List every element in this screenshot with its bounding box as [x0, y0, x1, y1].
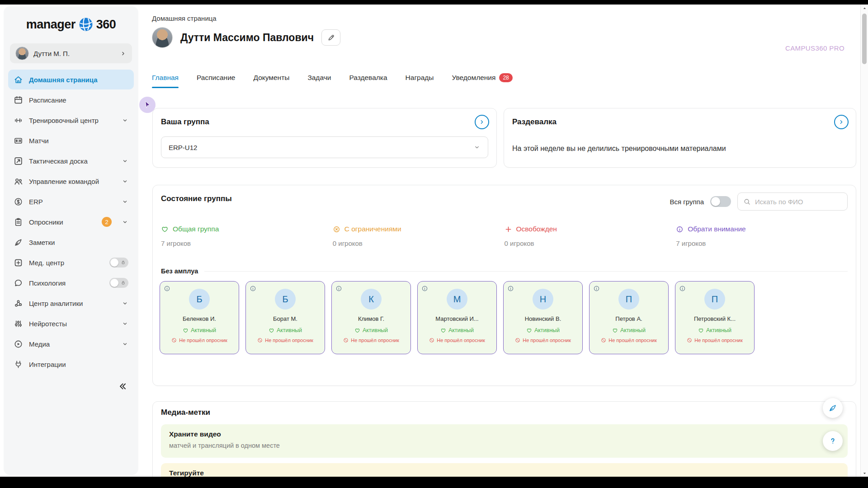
lock-icon — [121, 260, 126, 265]
tab-label: Раздевалка — [349, 74, 387, 82]
player-card[interactable]: Б Беленков И. Активный Не прошёл опросни… — [160, 281, 239, 354]
player-card[interactable]: М Мартовский И... Активный Не прошёл опр… — [417, 281, 497, 354]
tab-awards[interactable]: Награды — [406, 73, 434, 88]
tab-main[interactable]: Главная — [152, 73, 179, 88]
scroll-down-button[interactable] — [861, 469, 868, 477]
tab-schedule[interactable]: Расписание — [197, 73, 235, 88]
stat-label: С ограничениями — [344, 225, 401, 233]
heart-icon — [183, 328, 189, 333]
calendar-icon — [14, 95, 23, 105]
player-warning: Не прошёл опросник — [687, 338, 743, 343]
sidebar-item-team-management[interactable]: Управление командой — [8, 171, 134, 191]
collapse-sidebar-button[interactable] — [116, 380, 129, 393]
open-locker-room-button[interactable] — [834, 115, 849, 129]
scroll-thumb[interactable] — [862, 14, 867, 64]
sidebar-item-med-center[interactable]: Мед. центр — [8, 253, 134, 272]
collapse-sidebar-icon — [118, 381, 127, 391]
chevron-down-icon — [122, 198, 128, 205]
scroll-up-button[interactable] — [861, 5, 868, 12]
player-card[interactable]: П Петров А. Активный Не прошёл опросник — [589, 281, 669, 354]
info-icon[interactable] — [679, 285, 686, 292]
search-input[interactable] — [755, 198, 836, 206]
tab-documents[interactable]: Документы — [253, 73, 289, 88]
player-name: Климов Г. — [358, 315, 384, 322]
sidebar-user[interactable]: Дутти М. П. — [10, 43, 132, 63]
sidebar-item-tactics-board[interactable]: Тактическая доска — [8, 151, 134, 171]
info-icon[interactable] — [250, 285, 256, 292]
page-scrollbar[interactable] — [860, 5, 868, 477]
survey-missed-icon — [343, 338, 349, 343]
plug-icon — [14, 360, 23, 369]
info-icon[interactable] — [421, 285, 428, 292]
player-name: Петров А. — [615, 315, 642, 322]
player-status: Активный — [354, 327, 388, 333]
sidebar-item-label: Нейротесты — [29, 320, 67, 328]
tab-notifications[interactable]: Уведомления 28 — [452, 73, 513, 88]
chevron-down-icon — [122, 178, 128, 185]
all-group-toggle-label: Вся группа — [670, 198, 704, 206]
stat-label: Освобожден — [516, 225, 557, 233]
section-divider — [204, 271, 848, 272]
player-card[interactable]: К Климов Г. Активный Не прошёл опросник — [331, 281, 411, 354]
sidebar-item-training-center[interactable]: Тренировочный центр — [8, 110, 134, 130]
info-icon[interactable] — [164, 285, 170, 292]
sidebar-item-label: Психология — [29, 279, 66, 287]
stat-count: 7 игроков — [676, 239, 848, 247]
chevron-down-icon — [473, 144, 481, 151]
sidebar-item-matches[interactable]: Матчи — [8, 131, 134, 150]
info-icon[interactable] — [593, 285, 600, 292]
tab-label: Документы — [253, 74, 289, 82]
sidebar-item-neurotests[interactable]: Нейротесты — [8, 314, 134, 333]
player-status-label: Активный — [191, 327, 216, 333]
profile-avatar — [152, 27, 173, 48]
player-card[interactable]: Б Борат М. Активный Не прошёл опросник — [245, 281, 325, 354]
player-avatar: П — [704, 289, 725, 310]
info-icon[interactable] — [335, 285, 342, 292]
media-tags-card: Медиа-метки Храните видео матчей и транс… — [152, 401, 856, 477]
media-tag-card[interactable]: Тегируйте — [161, 463, 848, 477]
player-warning-label: Не прошёл опросник — [523, 338, 571, 343]
player-warning-label: Не прошёл опросник — [437, 338, 485, 343]
help-fab-button[interactable] — [823, 431, 843, 451]
play-icon — [14, 339, 23, 349]
player-avatar: Б — [189, 289, 210, 310]
group-select[interactable]: ERP-U12 — [161, 136, 488, 158]
sidebar-item-integrations[interactable]: Интеграции — [8, 354, 134, 374]
pencil-icon — [327, 34, 335, 42]
player-name: Борат М. — [273, 315, 297, 322]
tab-label: Награды — [406, 74, 434, 82]
player-avatar: Н — [533, 289, 553, 310]
all-group-toggle[interactable] — [710, 196, 731, 207]
sidebar-item-notes[interactable]: Заметки — [8, 232, 134, 252]
edit-profile-button[interactable] — [321, 29, 340, 46]
chevron-down-icon — [122, 219, 128, 225]
card-title: Медиа-метки — [161, 408, 210, 417]
sidebar-item-psychology[interactable]: Психология — [8, 273, 134, 293]
media-store-video-card[interactable]: Храните видео матчей и трансляций в одно… — [161, 424, 848, 458]
player-card[interactable]: Н Новинский В. Активный Не прошёл опросн… — [503, 281, 583, 354]
sidebar-item-home[interactable]: Домашняя страница — [8, 70, 134, 89]
notes-fab-button[interactable] — [823, 398, 843, 418]
info-icon[interactable] — [507, 285, 514, 292]
main-content: Домашняя страница Дутти Массимо Павлович… — [138, 5, 860, 477]
card-title: Раздевалка — [512, 117, 557, 127]
open-group-button[interactable] — [475, 115, 489, 129]
player-name: Новинский В. — [525, 315, 561, 322]
tab-locker-room[interactable]: Раздевалка — [349, 73, 387, 88]
player-card[interactable]: П Петровский К... Активный Не прошёл опр… — [675, 281, 755, 354]
quill-icon — [828, 404, 837, 413]
sidebar-item-schedule[interactable]: Расписание — [8, 90, 134, 110]
sidebar-item-analytics-center[interactable]: Центр аналитики — [8, 293, 134, 313]
player-name: Петровский К... — [694, 315, 736, 322]
app-window: manager 360 Дутти М. П. Домашняя страниц… — [0, 5, 868, 477]
molecule-icon — [14, 299, 23, 308]
psychology-lock-toggle[interactable] — [109, 278, 128, 288]
player-name: Мартовский И... — [435, 315, 478, 322]
sidebar-item-surveys[interactable]: Опросники 2 — [8, 212, 134, 232]
sidebar-item-erp[interactable]: ERP — [8, 192, 134, 211]
sidebar-item-label: Управление командой — [29, 178, 99, 185]
tab-tasks[interactable]: Задачи — [307, 73, 331, 88]
med-center-lock-toggle[interactable] — [109, 258, 128, 267]
sidebar-item-media[interactable]: Медиа — [8, 334, 134, 354]
player-status: Активный — [440, 327, 474, 333]
